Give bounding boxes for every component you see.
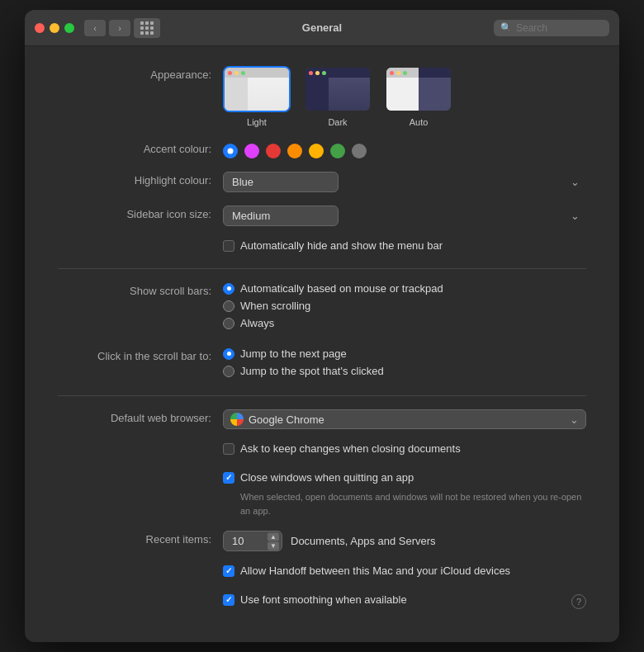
close-windows-row: Close windows when quitting an app When … <box>58 471 586 517</box>
handoff-spacer <box>58 565 223 566</box>
accent-green[interactable] <box>330 144 345 158</box>
recent-items-label: Recent items: <box>58 531 223 547</box>
appearance-options: Light <box>223 66 586 127</box>
show-scroll-bars-row: Show scroll bars: Automatically based on… <box>58 282 586 334</box>
highlight-colour-control: Blue Purple Pink Red Orange Yellow Green… <box>223 172 586 192</box>
scroll-always-label: Always <box>240 317 274 329</box>
scroll-auto-row: Automatically based on mouse or trackpad <box>223 282 586 295</box>
font-smoothing-spacer <box>58 593 223 595</box>
click-jump-spot-radio[interactable] <box>223 366 234 377</box>
stepper-up-arrow[interactable]: ▲ <box>268 532 279 541</box>
handoff-row: Allow Handoff between this Mac and your … <box>58 565 586 580</box>
back-button[interactable]: ‹ <box>84 20 106 36</box>
appearance-label: Appearance: <box>58 66 223 83</box>
maximize-button[interactable] <box>64 23 74 33</box>
stepper-down-arrow[interactable]: ▼ <box>268 541 279 550</box>
ask-keep-changes-checkbox-row: Ask to keep changes when closing documen… <box>223 442 586 455</box>
appearance-option-light[interactable]: Light <box>223 66 291 127</box>
accent-red[interactable] <box>266 144 281 158</box>
accent-purple[interactable] <box>244 144 259 158</box>
close-button[interactable] <box>35 23 45 33</box>
highlight-colour-select[interactable]: Blue Purple Pink Red Orange Yellow Green… <box>223 172 339 192</box>
accent-colour-label: Accent colour: <box>58 140 223 157</box>
settings-window: ‹ › General 🔍 Appearance: <box>25 10 619 642</box>
font-smoothing-control: Use font smoothing when available ? <box>223 593 586 609</box>
accent-orange[interactable] <box>287 144 302 158</box>
recent-items-control: 5 10 15 20 30 50 None ▲ ▼ Do <box>223 531 586 551</box>
close-windows-spacer <box>58 471 223 473</box>
menu-bar-checkbox-label: Automatically hide and show the menu bar <box>240 239 443 252</box>
show-scroll-bars-control: Automatically based on mouse or trackpad… <box>223 282 586 334</box>
accent-graphite[interactable] <box>352 144 367 158</box>
ask-keep-changes-label: Ask to keep changes when closing documen… <box>240 442 461 455</box>
chrome-icon <box>230 413 244 426</box>
sidebar-icon-size-select-wrapper: Small Medium Large <box>223 206 586 226</box>
recent-items-stepper-wrapper: 5 10 15 20 30 50 None ▲ ▼ <box>223 531 282 551</box>
click-jump-page-radio[interactable] <box>223 348 234 360</box>
scroll-when-scrolling-label: When scrolling <box>240 300 310 312</box>
ask-keep-changes-checkbox[interactable] <box>223 443 234 455</box>
highlight-colour-select-wrapper: Blue Purple Pink Red Orange Yellow Green… <box>223 172 586 192</box>
scroll-when-scrolling-row: When scrolling <box>223 300 586 312</box>
handoff-checkbox-row: Allow Handoff between this Mac and your … <box>223 565 586 577</box>
accent-yellow[interactable] <box>309 144 324 158</box>
menu-bar-label <box>58 239 223 241</box>
appearance-thumb-auto <box>385 66 452 112</box>
scroll-auto-label: Automatically based on mouse or trackpad <box>240 282 443 295</box>
browser-chevron-icon: ⌄ <box>570 413 579 426</box>
sidebar-icon-size-label: Sidebar icon size: <box>58 206 223 222</box>
appearance-control: Light <box>223 66 586 127</box>
close-windows-info: When selected, open documents and window… <box>223 490 586 517</box>
scroll-auto-radio[interactable] <box>223 283 234 295</box>
close-windows-checkbox-row: Close windows when quitting an app <box>223 471 586 484</box>
click-scroll-bar-control: Jump to the next page Jump to the spot t… <box>223 347 586 382</box>
grid-view-button[interactable] <box>134 18 160 38</box>
handoff-label: Allow Handoff between this Mac and your … <box>240 565 510 577</box>
sidebar-icon-size-row: Sidebar icon size: Small Medium Large <box>58 206 586 226</box>
handoff-checkbox[interactable] <box>223 565 234 577</box>
appearance-thumb-light <box>223 66 291 112</box>
scroll-when-scrolling-radio[interactable] <box>223 300 234 312</box>
scroll-always-radio[interactable] <box>223 318 234 329</box>
appearance-label-light: Light <box>247 117 267 127</box>
default-browser-row: Default web browser: Google Chrome ⌄ <box>58 409 586 429</box>
minimize-button[interactable] <box>50 23 59 33</box>
divider-2 <box>58 395 586 396</box>
scroll-always-row: Always <box>223 317 586 329</box>
accent-colors <box>223 140 586 158</box>
ask-keep-changes-row: Ask to keep changes when closing documen… <box>58 442 586 458</box>
ask-keep-changes-control: Ask to keep changes when closing documen… <box>223 442 586 458</box>
browser-select-wrapper[interactable]: Google Chrome ⌄ <box>223 409 586 429</box>
search-icon: 🔍 <box>500 22 512 33</box>
appearance-option-auto[interactable]: Auto <box>385 66 452 127</box>
recent-items-stepper-arrows: ▲ ▼ <box>268 532 279 550</box>
font-smoothing-checkbox[interactable] <box>223 594 234 606</box>
traffic-lights <box>35 23 74 33</box>
highlight-colour-row: Highlight colour: Blue Purple Pink Red O… <box>58 172 586 192</box>
handoff-control: Allow Handoff between this Mac and your … <box>223 565 586 580</box>
menu-bar-row: Automatically hide and show the menu bar <box>58 239 586 255</box>
highlight-colour-label: Highlight colour: <box>58 172 223 188</box>
accent-colour-control <box>223 140 586 158</box>
close-windows-checkbox[interactable] <box>223 472 234 484</box>
click-scroll-bar-row: Click in the scroll bar to: Jump to the … <box>58 347 586 382</box>
menu-bar-checkbox-row: Automatically hide and show the menu bar <box>223 239 586 252</box>
menu-bar-control: Automatically hide and show the menu bar <box>223 239 586 255</box>
accent-blue[interactable] <box>223 144 238 158</box>
default-browser-label: Default web browser: <box>58 409 223 426</box>
search-input[interactable] <box>516 22 603 34</box>
recent-items-controls: 5 10 15 20 30 50 None ▲ ▼ Do <box>223 531 586 551</box>
close-windows-control: Close windows when quitting an app When … <box>223 471 586 517</box>
show-scroll-bars-label: Show scroll bars: <box>58 282 223 299</box>
recent-items-suffix: Documents, Apps and Servers <box>291 535 436 547</box>
menu-bar-checkbox[interactable] <box>223 240 234 252</box>
appearance-label-dark: Dark <box>328 117 347 127</box>
sidebar-icon-size-select[interactable]: Small Medium Large <box>223 206 339 226</box>
forward-button[interactable]: › <box>109 20 130 36</box>
click-jump-page-label: Jump to the next page <box>240 347 347 360</box>
font-smoothing-help-icon[interactable]: ? <box>571 594 586 609</box>
search-box[interactable]: 🔍 <box>494 20 609 36</box>
appearance-option-dark[interactable]: Dark <box>304 66 372 127</box>
close-windows-label: Close windows when quitting an app <box>240 471 414 484</box>
settings-content: Appearance: <box>25 46 619 642</box>
